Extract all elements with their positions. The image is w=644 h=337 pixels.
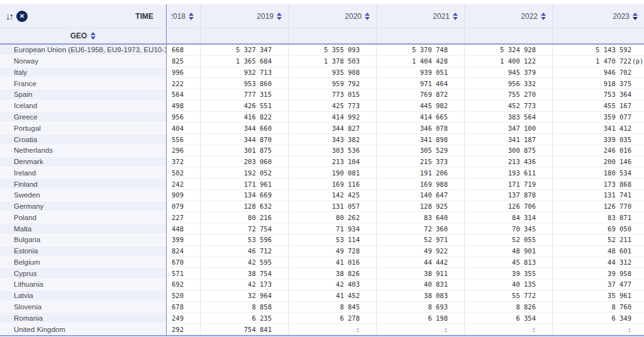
value-cell: 53 596: [200, 235, 288, 246]
table-row: Germany079128 632131 057128 925126 70612…: [0, 201, 644, 213]
value-text: 42 595: [248, 258, 272, 266]
value-text: 6 235: [252, 314, 272, 322]
value-cell: 777 315: [200, 89, 288, 101]
value-text: 347 100: [508, 124, 536, 132]
value-cell: 6 235: [200, 312, 288, 324]
geo-cell: Iceland: [0, 101, 167, 112]
value-cell: 754 841: [200, 324, 288, 335]
value-cell: 48 601: [552, 246, 644, 257]
value-cell: 213 104: [288, 157, 376, 168]
sort-year-2019-icon[interactable]: [277, 13, 282, 20]
value-cell: 932 713: [200, 67, 288, 79]
value-text: 203 060: [244, 158, 272, 165]
value-cell: 5 327 347: [200, 45, 288, 56]
geo-column-header[interactable]: GEO: [0, 28, 167, 43]
value-cell: 372: [167, 157, 200, 168]
value-cell: 83 871: [552, 212, 644, 223]
table-row: Bulgaria39953 59653 11452 97152 05552 21…: [0, 235, 644, 246]
value-cell: 996: [167, 67, 200, 79]
value-text: 445 982: [420, 102, 448, 109]
table-row: Italy996932 713935 908939 051945 379946 …: [0, 67, 644, 79]
value-cell: 343 382: [288, 134, 376, 145]
value-text: 5 327 347: [236, 46, 272, 53]
value-text: 344 827: [332, 124, 360, 132]
value-text: 42 173: [248, 280, 272, 288]
sort-year-2020-icon[interactable]: [365, 13, 370, 20]
value-text: 372: [172, 158, 184, 165]
value-cell: 445 982: [376, 101, 464, 112]
sort-year-2018-icon[interactable]: [189, 13, 194, 20]
year-header-2023[interactable]: 2023: [552, 4, 644, 28]
table-row: European Union (EU6-1958, EU9-1973, EU10…: [0, 45, 644, 56]
clear-selection-button[interactable]: ✕: [16, 11, 28, 22]
value-cell: 6 278: [288, 312, 376, 324]
value-cell: 824: [167, 246, 200, 257]
value-text: 670: [172, 258, 184, 266]
value-text: 935 908: [332, 69, 360, 76]
sort-geo-icon[interactable]: [91, 32, 96, 40]
geo-cell: France: [0, 78, 167, 89]
sort-rows-icon[interactable]: ↓↑: [6, 11, 13, 21]
value-text: 71 934: [336, 225, 360, 233]
value-text: 341 412: [604, 124, 631, 132]
table-row: France222953 860959 792971 464956 332918…: [0, 78, 644, 89]
value-cell: 6 198: [376, 312, 464, 324]
geo-cell: Norway: [0, 56, 167, 67]
geo-cell: Latvia: [0, 290, 167, 302]
value-cell: 53 114: [288, 235, 376, 246]
value-cell: 41 452: [288, 290, 376, 302]
geo-cell: Germany: [0, 201, 167, 213]
year-header-2021[interactable]: 2021: [376, 4, 464, 28]
value-cell: 37 477: [552, 279, 644, 290]
value-cell: 173 868: [552, 179, 644, 190]
value-text: 72 754: [248, 225, 272, 233]
value-text: 8 845: [340, 303, 360, 311]
value-cell: 42 595: [200, 257, 288, 268]
value-cell: 83 640: [376, 212, 464, 223]
geo-band-spacer: [552, 28, 644, 43]
value-text: 824: [172, 247, 184, 255]
sort-year-2021-icon[interactable]: [453, 13, 458, 20]
year-header-2019[interactable]: 2019: [200, 4, 288, 28]
value-text: 55 772: [512, 292, 536, 299]
geo-cell: Croatia: [0, 134, 167, 145]
value-text: :: [444, 326, 448, 333]
value-cell: 71 934: [288, 223, 376, 235]
value-text: 134 669: [244, 191, 272, 199]
value-cell: 242: [167, 179, 200, 190]
value-cell: 169 116: [288, 179, 376, 190]
geo-name: United Kingdom: [14, 326, 65, 333]
value-cell: 404: [167, 123, 200, 134]
year-header-2022[interactable]: 2022: [464, 4, 552, 28]
value-text: 344 870: [244, 136, 272, 143]
geo-name: Denmark: [14, 158, 43, 165]
value-cell: 40 135: [464, 279, 552, 290]
geo-name: France: [14, 80, 36, 87]
value-cell: 6 354: [464, 312, 552, 324]
value-text: 44 442: [424, 258, 448, 266]
value-cell: 200 146: [552, 157, 644, 168]
value-text: 416 822: [244, 113, 272, 121]
value-cell: 131 057: [288, 201, 376, 213]
value-text: 45 813: [512, 258, 536, 266]
geo-name: Romania: [14, 314, 43, 322]
year-label: 2018: [172, 12, 186, 21]
value-cell: 8 693: [376, 302, 464, 313]
table-row: United Kingdom292754 841::::: [0, 324, 644, 335]
value-cell: 126 706: [464, 201, 552, 213]
value-text: 69 050: [608, 225, 631, 233]
year-header-2018[interactable]: 2018: [167, 4, 200, 28]
geo-name: Latvia: [14, 292, 33, 299]
sort-year-2022-icon[interactable]: [541, 13, 546, 20]
sort-year-2023-icon[interactable]: [633, 13, 638, 20]
year-header-2020[interactable]: 2020: [288, 4, 376, 28]
value-cell: 773 015: [288, 89, 376, 101]
value-text: 70 345: [512, 225, 536, 233]
year-label: 2020: [345, 12, 362, 21]
value-cell: 246 016: [552, 145, 644, 157]
value-cell: 38 754: [200, 268, 288, 279]
value-text: 1 404 428: [412, 57, 448, 65]
value-text: 8 760: [611, 303, 631, 311]
value-cell: 945 379: [464, 67, 552, 79]
value-text: 753 364: [604, 91, 631, 98]
